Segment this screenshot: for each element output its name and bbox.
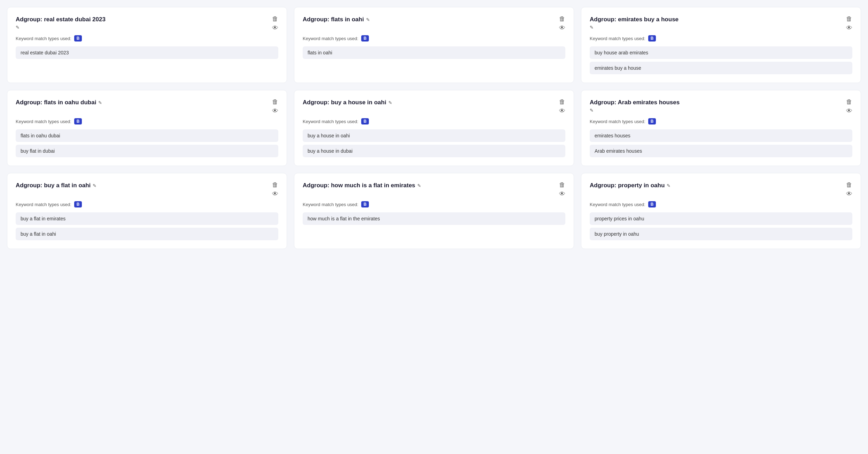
edit-icon-flats-in-oahi[interactable]: ✎ [366,17,370,22]
keywords-buy-a-house-in-oahi: buy a house in oahibuy a house in dubai [303,129,565,157]
keyword-pill: property prices in oahu [590,212,852,225]
card-title-flats-in-oahi: Adgroup: flats in oahi [303,16,364,23]
card-actions-arab-emirates-houses: 🗑 👁 [846,99,852,114]
eye-button-how-much-is-a-flat-in-emirates[interactable]: 👁 [559,191,565,197]
match-type-row-buy-a-flat-in-oahi: Keyword match types used: B [16,201,278,207]
badge-b-buy-a-house-in-oahi: B [361,118,369,124]
delete-button-real-estate-dubai-2023[interactable]: 🗑 [272,16,278,22]
card-header-emirates-buy-a-house: Adgroup: emirates buy a house ✎ 🗑 👁 [590,16,852,31]
card-title-group-flats-in-oahi: Adgroup: flats in oahi✎ [303,16,555,23]
eye-button-property-in-oahu[interactable]: 👁 [846,191,852,197]
card-actions-emirates-buy-a-house: 🗑 👁 [846,16,852,31]
card-actions-flats-in-oahu-dubai: 🗑 👁 [272,99,278,114]
delete-button-emirates-buy-a-house[interactable]: 🗑 [846,16,852,22]
card-actions-real-estate-dubai-2023: 🗑 👁 [272,16,278,31]
eye-button-arab-emirates-houses[interactable]: 👁 [846,108,852,114]
eye-button-real-estate-dubai-2023[interactable]: 👁 [272,25,278,31]
delete-button-how-much-is-a-flat-in-emirates[interactable]: 🗑 [559,182,565,188]
card-header-real-estate-dubai-2023: Adgroup: real estate dubai 2023 ✎ 🗑 👁 [16,16,278,31]
edit-icon-below-real-estate-dubai-2023[interactable]: ✎ [16,25,268,30]
badge-b-arab-emirates-houses: B [648,118,656,124]
edit-icon-below-arab-emirates-houses[interactable]: ✎ [590,108,842,113]
keywords-emirates-buy-a-house: buy house arab emiratesemirates buy a ho… [590,46,852,74]
card-flats-in-oahi: Adgroup: flats in oahi✎ 🗑 👁 Keyword matc… [294,7,574,83]
match-type-row-real-estate-dubai-2023: Keyword match types used: B [16,35,278,41]
card-header-buy-a-flat-in-oahi: Adgroup: buy a flat in oahi✎ 🗑 👁 [16,182,278,197]
match-type-row-emirates-buy-a-house: Keyword match types used: B [590,35,852,41]
card-header-buy-a-house-in-oahi: Adgroup: buy a house in oahi✎ 🗑 👁 [303,99,565,114]
edit-icon-below-emirates-buy-a-house[interactable]: ✎ [590,25,842,30]
delete-button-buy-a-flat-in-oahi[interactable]: 🗑 [272,182,278,188]
card-buy-a-flat-in-oahi: Adgroup: buy a flat in oahi✎ 🗑 👁 Keyword… [7,173,287,249]
match-type-label-arab-emirates-houses: Keyword match types used: [590,119,645,124]
delete-button-property-in-oahu[interactable]: 🗑 [846,182,852,188]
eye-button-flats-in-oahi[interactable]: 👁 [559,25,565,31]
match-type-label-how-much-is-a-flat-in-emirates: Keyword match types used: [303,202,358,207]
card-real-estate-dubai-2023: Adgroup: real estate dubai 2023 ✎ 🗑 👁 Ke… [7,7,287,83]
edit-icon-buy-a-house-in-oahi[interactable]: ✎ [388,100,392,105]
match-type-row-property-in-oahu: Keyword match types used: B [590,201,852,207]
card-actions-buy-a-flat-in-oahi: 🗑 👁 [272,182,278,197]
keyword-pill: real estate dubai 2023 [16,46,278,59]
delete-button-buy-a-house-in-oahi[interactable]: 🗑 [559,99,565,105]
keywords-arab-emirates-houses: emirates housesArab emirates houses [590,129,852,157]
card-header-arab-emirates-houses: Adgroup: Arab emirates houses ✎ 🗑 👁 [590,99,852,114]
edit-icon-flats-in-oahu-dubai[interactable]: ✎ [98,100,102,105]
match-type-label-flats-in-oahi: Keyword match types used: [303,36,358,41]
card-title-real-estate-dubai-2023: Adgroup: real estate dubai 2023 [16,16,106,23]
card-flats-in-oahu-dubai: Adgroup: flats in oahu dubai✎ 🗑 👁 Keywor… [7,90,287,166]
keyword-pill: buy a house in oahi [303,129,565,142]
card-property-in-oahu: Adgroup: property in oahu✎ 🗑 👁 Keyword m… [581,173,861,249]
delete-button-arab-emirates-houses[interactable]: 🗑 [846,99,852,105]
keyword-pill: emirates buy a house [590,62,852,74]
keyword-pill: flats in oahi [303,46,565,59]
card-title-emirates-buy-a-house: Adgroup: emirates buy a house [590,16,679,23]
keyword-pill: buy flat in dubai [16,145,278,157]
match-type-row-how-much-is-a-flat-in-emirates: Keyword match types used: B [303,201,565,207]
match-type-row-arab-emirates-houses: Keyword match types used: B [590,118,852,124]
delete-button-flats-in-oahu-dubai[interactable]: 🗑 [272,99,278,105]
badge-b-buy-a-flat-in-oahi: B [74,201,82,207]
card-header-flats-in-oahu-dubai: Adgroup: flats in oahu dubai✎ 🗑 👁 [16,99,278,114]
card-title-flats-in-oahu-dubai: Adgroup: flats in oahu dubai [16,99,96,106]
match-type-label-emirates-buy-a-house: Keyword match types used: [590,36,645,41]
match-type-row-flats-in-oahu-dubai: Keyword match types used: B [16,118,278,124]
card-title-group-flats-in-oahu-dubai: Adgroup: flats in oahu dubai✎ [16,99,268,106]
card-title-buy-a-flat-in-oahi: Adgroup: buy a flat in oahi [16,182,91,189]
eye-button-buy-a-flat-in-oahi[interactable]: 👁 [272,191,278,197]
card-title-group-real-estate-dubai-2023: Adgroup: real estate dubai 2023 ✎ [16,16,268,30]
eye-button-flats-in-oahu-dubai[interactable]: 👁 [272,108,278,114]
card-title-group-property-in-oahu: Adgroup: property in oahu✎ [590,182,842,189]
eye-button-buy-a-house-in-oahi[interactable]: 👁 [559,108,565,114]
match-type-label-flats-in-oahu-dubai: Keyword match types used: [16,119,71,124]
keyword-pill: Arab emirates houses [590,145,852,157]
match-type-row-buy-a-house-in-oahi: Keyword match types used: B [303,118,565,124]
keywords-buy-a-flat-in-oahi: buy a flat in emiratesbuy a flat in oahi [16,212,278,240]
card-arab-emirates-houses: Adgroup: Arab emirates houses ✎ 🗑 👁 Keyw… [581,90,861,166]
keywords-property-in-oahu: property prices in oahubuy property in o… [590,212,852,240]
eye-button-emirates-buy-a-house[interactable]: 👁 [846,25,852,31]
card-header-property-in-oahu: Adgroup: property in oahu✎ 🗑 👁 [590,182,852,197]
card-title-arab-emirates-houses: Adgroup: Arab emirates houses [590,99,680,106]
card-title-group-arab-emirates-houses: Adgroup: Arab emirates houses ✎ [590,99,842,113]
badge-b-property-in-oahu: B [648,201,656,207]
card-actions-how-much-is-a-flat-in-emirates: 🗑 👁 [559,182,565,197]
card-buy-a-house-in-oahi: Adgroup: buy a house in oahi✎ 🗑 👁 Keywor… [294,90,574,166]
keyword-pill: flats in oahu dubai [16,129,278,142]
card-title-group-emirates-buy-a-house: Adgroup: emirates buy a house ✎ [590,16,842,30]
edit-icon-property-in-oahu[interactable]: ✎ [667,183,671,188]
card-title-group-buy-a-flat-in-oahi: Adgroup: buy a flat in oahi✎ [16,182,268,189]
badge-b-emirates-buy-a-house: B [648,35,656,41]
card-title-how-much-is-a-flat-in-emirates: Adgroup: how much is a flat in emirates [303,182,415,189]
match-type-label-buy-a-flat-in-oahi: Keyword match types used: [16,202,71,207]
card-actions-buy-a-house-in-oahi: 🗑 👁 [559,99,565,114]
adgroup-grid: Adgroup: real estate dubai 2023 ✎ 🗑 👁 Ke… [7,7,861,249]
delete-button-flats-in-oahi[interactable]: 🗑 [559,16,565,22]
keywords-flats-in-oahi: flats in oahi [303,46,565,59]
edit-icon-how-much-is-a-flat-in-emirates[interactable]: ✎ [417,183,421,188]
edit-icon-buy-a-flat-in-oahi[interactable]: ✎ [93,183,96,188]
card-title-group-how-much-is-a-flat-in-emirates: Adgroup: how much is a flat in emirates✎ [303,182,555,189]
card-title-group-buy-a-house-in-oahi: Adgroup: buy a house in oahi✎ [303,99,555,106]
match-type-label-real-estate-dubai-2023: Keyword match types used: [16,36,71,41]
keywords-real-estate-dubai-2023: real estate dubai 2023 [16,46,278,59]
